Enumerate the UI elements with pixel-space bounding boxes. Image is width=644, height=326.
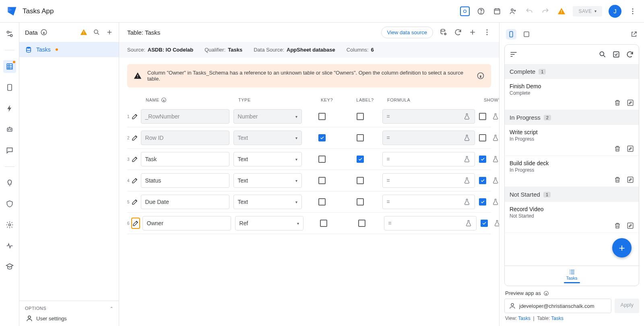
options-header[interactable]: OPTIONS ⌃ [25,306,113,311]
checkbox[interactable] [357,177,364,184]
avatar[interactable]: J [609,5,621,18]
nav-settings[interactable] [3,218,16,231]
edit-icon[interactable] [627,145,634,152]
warning-icon[interactable] [80,29,87,36]
phone-tab-tasks[interactable]: Tasks [505,266,639,286]
checkbox[interactable] [357,198,364,206]
list-item[interactable]: Record VideoNot Started [505,202,639,233]
group-header[interactable]: In Progress2 [505,110,639,125]
checkbox[interactable] [479,156,486,163]
checkbox[interactable] [318,134,326,141]
group-header[interactable]: Complete1 [505,64,639,79]
device-tablet-icon[interactable] [523,31,530,38]
flask-icon[interactable] [492,113,499,120]
checkbox[interactable] [318,198,326,206]
history-icon[interactable] [492,6,502,16]
more-icon[interactable] [483,28,491,36]
undo-icon[interactable] [524,6,534,16]
checkbox[interactable] [318,113,326,120]
column-type-field[interactable]: Text▾ [233,131,302,145]
device-phone-icon[interactable] [506,29,516,39]
flask-icon[interactable] [463,134,471,141]
flask-icon[interactable] [492,198,499,206]
column-type-field[interactable]: Text▾ [233,173,302,188]
flask-icon[interactable] [463,198,471,206]
edit-icon[interactable] [627,222,634,229]
table-item-tasks[interactable]: Tasks [19,42,119,57]
column-name-field[interactable]: Row ID [141,131,229,145]
refresh-icon[interactable] [626,50,634,58]
nav-learn[interactable] [3,260,16,273]
nav-views[interactable] [3,81,16,94]
table-settings-icon[interactable] [440,28,448,36]
checkbox[interactable] [318,177,326,184]
checkbox[interactable] [357,134,364,141]
table-link[interactable]: Tasks [551,316,564,321]
column-name-field[interactable]: Due Date [141,195,229,209]
nav-security[interactable] [3,197,16,210]
column-name-field[interactable]: Status [141,173,229,188]
flask-icon[interactable] [493,220,499,227]
nav-manage[interactable] [3,239,16,252]
delete-icon[interactable] [614,99,621,106]
column-formula-field[interactable]: = [382,131,475,145]
redo-icon[interactable] [541,6,550,16]
column-type-field[interactable]: Ref▾ [235,216,303,230]
flask-icon[interactable] [492,156,499,163]
sort-icon[interactable] [510,50,518,58]
edit-column-button[interactable] [131,111,138,122]
fab-add-button[interactable]: + [612,238,632,257]
checkbox[interactable] [357,156,364,163]
regenerate-icon[interactable] [454,28,462,36]
open-external-icon[interactable] [630,31,638,38]
info-icon[interactable] [477,72,485,80]
list-item[interactable]: Finish DemoComplete [505,79,639,110]
checkbox[interactable] [358,220,365,227]
column-formula-field[interactable]: = [384,216,477,230]
assistant-icon[interactable] [460,6,470,16]
checkbox[interactable] [479,134,486,141]
info-icon[interactable] [543,291,549,296]
view-data-source-button[interactable]: View data source [381,27,433,38]
edit-icon[interactable] [627,176,634,183]
column-formula-field[interactable]: = [382,109,475,124]
column-type-field[interactable]: Text▾ [233,195,302,209]
nav-chat[interactable] [3,144,16,157]
add-icon[interactable] [106,29,113,36]
list-item[interactable]: Write scriptIn Progress [505,125,639,156]
nav-actions[interactable] [3,102,16,115]
flask-icon[interactable] [492,177,499,184]
flask-icon[interactable] [492,134,499,141]
info-icon[interactable] [40,29,47,36]
preview-email-input[interactable]: jdeveloper@christianschalk.com [504,299,611,313]
checkbox[interactable] [318,156,326,163]
nav-bots[interactable] [3,123,16,136]
help-icon[interactable] [476,6,486,16]
share-icon[interactable] [508,6,518,16]
flask-icon[interactable] [463,113,471,120]
checkbox[interactable] [320,220,327,227]
column-formula-field[interactable]: = [382,152,475,166]
select-icon[interactable] [612,50,620,58]
search-icon[interactable] [599,50,607,58]
flask-icon[interactable] [463,156,471,163]
column-name-field[interactable]: _RowNumber [141,109,229,124]
delete-icon[interactable] [614,176,621,183]
checkbox[interactable] [479,113,486,120]
column-formula-field[interactable]: = [382,195,475,209]
column-formula-field[interactable]: = [382,173,475,188]
checkbox[interactable] [479,177,486,184]
edit-column-button[interactable] [131,218,140,229]
list-item[interactable]: Build slide deckIn Progress [505,156,639,187]
view-link[interactable]: Tasks [518,316,530,321]
nav-data[interactable] [3,60,16,73]
search-icon[interactable] [93,29,100,36]
edit-column-button[interactable] [131,154,138,165]
option-user-settings[interactable]: User settings [25,311,113,326]
checkbox[interactable] [357,113,364,120]
delete-icon[interactable] [614,222,621,229]
edit-column-button[interactable] [131,175,138,186]
checkbox[interactable] [479,198,486,206]
add-column-icon[interactable] [469,28,477,36]
column-name-field[interactable]: Task [141,152,229,166]
